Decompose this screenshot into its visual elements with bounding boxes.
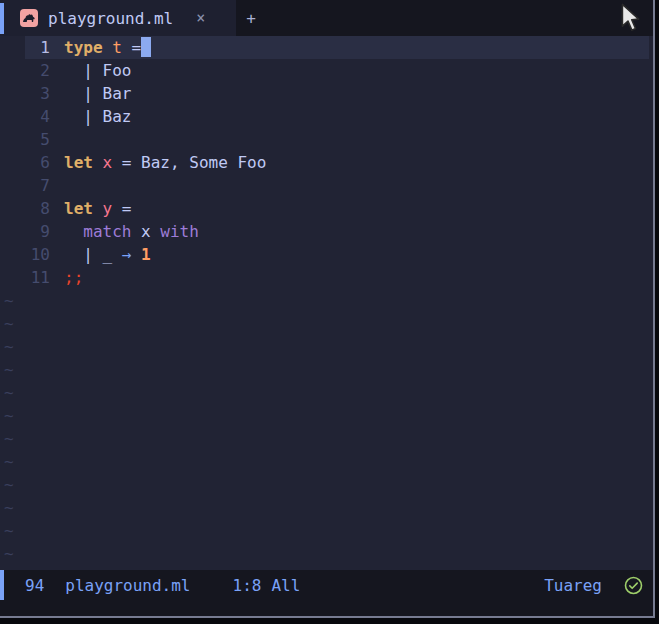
code-text: | Baz bbox=[64, 105, 131, 128]
buffer-number: 94 bbox=[25, 576, 44, 595]
code-text: type t = bbox=[64, 36, 151, 59]
empty-line: ~ bbox=[0, 312, 653, 335]
empty-line-tilde: ~ bbox=[0, 358, 14, 381]
line-number: 9 bbox=[0, 220, 50, 243]
code-text: | Foo bbox=[64, 59, 131, 82]
line-number: 3 bbox=[0, 82, 50, 105]
code-line[interactable]: 1type t = bbox=[0, 36, 653, 59]
empty-line-tilde: ~ bbox=[0, 335, 14, 358]
code-text: | _ → 1 bbox=[64, 243, 151, 266]
empty-line-tilde: ~ bbox=[0, 427, 14, 450]
filetype-indicator: Tuareg bbox=[544, 576, 602, 595]
empty-line-tilde: ~ bbox=[0, 312, 14, 335]
tab-playground[interactable]: playground.ml × bbox=[0, 0, 236, 36]
tabline: playground.ml × + bbox=[0, 0, 653, 36]
line-number: 6 bbox=[0, 151, 50, 174]
empty-line-tilde: ~ bbox=[0, 473, 14, 496]
empty-line-tilde: ~ bbox=[0, 381, 14, 404]
line-number: 4 bbox=[0, 105, 50, 128]
code-line[interactable]: 9 match x with bbox=[0, 220, 653, 243]
empty-line: ~ bbox=[0, 519, 653, 542]
empty-line-tilde: ~ bbox=[0, 542, 14, 565]
empty-line: ~ bbox=[0, 404, 653, 427]
line-number: 2 bbox=[0, 59, 50, 82]
empty-line: ~ bbox=[0, 335, 653, 358]
statusline-accent-bar bbox=[0, 570, 4, 600]
command-line[interactable] bbox=[0, 600, 653, 616]
line-number: 5 bbox=[0, 128, 50, 151]
statusline-filename: playground.ml bbox=[65, 576, 190, 595]
empty-line: ~ bbox=[0, 450, 653, 473]
window-right-border bbox=[653, 0, 655, 618]
code-text: ;; bbox=[64, 266, 83, 289]
code-text: match x with bbox=[64, 220, 199, 243]
empty-line: ~ bbox=[0, 473, 653, 496]
statusline: 94 playground.ml 1:8 All Tuareg bbox=[0, 570, 653, 600]
empty-line: ~ bbox=[0, 542, 653, 565]
empty-line: ~ bbox=[0, 427, 653, 450]
empty-line-tilde: ~ bbox=[0, 404, 14, 427]
line-number: 11 bbox=[0, 266, 50, 289]
code-line[interactable]: 11;; bbox=[0, 266, 653, 289]
new-tab-button[interactable]: + bbox=[236, 0, 266, 36]
tab-title: playground.ml bbox=[48, 9, 173, 28]
tabline-accent-bar bbox=[0, 3, 4, 34]
line-number: 10 bbox=[0, 243, 50, 266]
close-icon[interactable]: × bbox=[196, 9, 205, 27]
line-number: 8 bbox=[0, 197, 50, 220]
text-cursor bbox=[141, 37, 151, 57]
code-lines: 1type t =2 | Foo3 | Bar4 | Baz56let x = … bbox=[0, 36, 653, 565]
code-line[interactable]: 7 bbox=[0, 174, 653, 197]
code-text: | Bar bbox=[64, 82, 131, 105]
empty-line-tilde: ~ bbox=[0, 496, 14, 519]
scroll-indicator: All bbox=[271, 576, 300, 595]
code-line[interactable]: 2 | Foo bbox=[0, 59, 653, 82]
empty-line-tilde: ~ bbox=[0, 519, 14, 542]
code-line[interactable]: 3 | Bar bbox=[0, 82, 653, 105]
empty-line: ~ bbox=[0, 496, 653, 519]
cursor-position: 1:8 bbox=[233, 576, 262, 595]
empty-line: ~ bbox=[0, 358, 653, 381]
editor-buffer[interactable]: 1type t =2 | Foo3 | Bar4 | Baz56let x = … bbox=[0, 36, 653, 570]
line-number: 7 bbox=[0, 174, 50, 197]
terminal-window: playground.ml × + 1type t =2 | Foo3 | Ba… bbox=[0, 0, 659, 624]
ocaml-file-icon bbox=[20, 9, 38, 27]
code-text: let x = Baz, Some Foo bbox=[64, 151, 266, 174]
code-line[interactable]: 5 bbox=[0, 128, 653, 151]
check-circle-icon bbox=[624, 576, 643, 595]
empty-line-tilde: ~ bbox=[0, 289, 14, 312]
mouse-cursor-icon bbox=[621, 3, 641, 33]
line-number: 1 bbox=[0, 36, 50, 59]
empty-line: ~ bbox=[0, 381, 653, 404]
editor-window: playground.ml × + 1type t =2 | Foo3 | Ba… bbox=[0, 0, 653, 616]
code-line[interactable]: 8let y = bbox=[0, 197, 653, 220]
window-bottom-border bbox=[0, 616, 655, 618]
code-line[interactable]: 6let x = Baz, Some Foo bbox=[0, 151, 653, 174]
code-line[interactable]: 4 | Baz bbox=[0, 105, 653, 128]
empty-line: ~ bbox=[0, 289, 653, 312]
empty-line-tilde: ~ bbox=[0, 450, 14, 473]
code-line[interactable]: 10 | _ → 1 bbox=[0, 243, 653, 266]
code-text: let y = bbox=[64, 197, 131, 220]
